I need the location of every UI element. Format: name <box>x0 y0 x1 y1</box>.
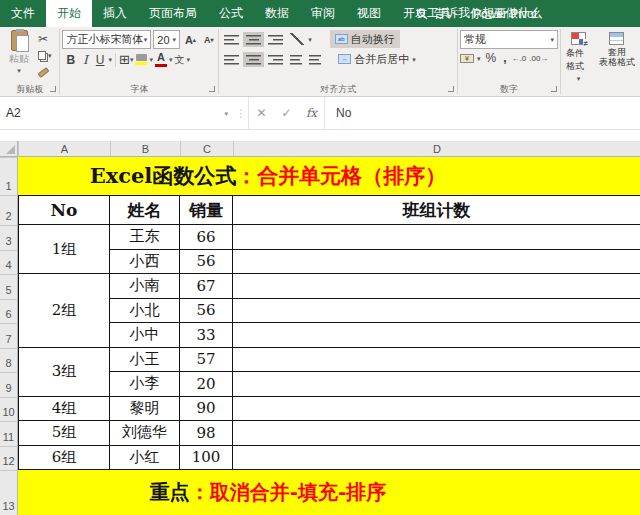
bold-button[interactable]: B <box>62 52 79 68</box>
merge-center-button[interactable]: ↔ 合并后居中 ▾ <box>334 50 420 68</box>
conditional-formatting-button[interactable]: 条件格式 ▾ <box>563 30 594 84</box>
tab-审阅[interactable]: 审阅 <box>300 0 346 27</box>
cell-empty-count[interactable] <box>233 323 640 348</box>
number-format-combo[interactable]: 常规▾ <box>460 30 558 49</box>
copy-dropdown-arrow[interactable]: ▾ <box>48 52 52 59</box>
cell-qty-66[interactable]: 66 <box>180 225 233 250</box>
cell-header-no[interactable]: No <box>18 195 110 225</box>
paste-button[interactable]: 粘贴 ▾ <box>2 30 36 82</box>
cell-empty-count[interactable] <box>233 274 640 299</box>
cell-name-刘德华[interactable]: 刘德华 <box>110 421 180 446</box>
row-header-4[interactable]: 4 <box>0 250 18 275</box>
name-box-dropdown-arrow[interactable]: ▾ <box>224 110 228 117</box>
cell-empty-count[interactable] <box>233 446 640 471</box>
cell-name-小中[interactable]: 小中 <box>110 323 180 348</box>
wrap-text-button[interactable]: ab 自动换行 <box>330 30 400 48</box>
row-header-12[interactable]: 12 <box>0 446 18 471</box>
cell-header-qty[interactable]: 销量 <box>180 195 233 225</box>
cell-qty-56[interactable]: 56 <box>180 299 233 324</box>
name-box[interactable]: A2 ▾ <box>0 97 234 129</box>
copy-button[interactable]: ▾ <box>36 48 54 63</box>
cell-qty-98[interactable]: 98 <box>180 421 233 446</box>
row-header-3[interactable]: 3 <box>0 225 18 250</box>
tab-数据[interactable]: 数据 <box>254 0 300 27</box>
merged-cell-1组[interactable]: 1组 <box>18 225 110 274</box>
font-name-combo[interactable]: 方正小标宋简体▾ <box>62 30 151 49</box>
cell-empty-count[interactable] <box>233 397 640 422</box>
middle-align-icon[interactable] <box>243 32 264 47</box>
row-header-9[interactable]: 9 <box>0 372 18 397</box>
font-size-combo[interactable]: 20▾ <box>153 30 180 49</box>
merged-cell-4组[interactable]: 4组 <box>18 397 110 422</box>
cut-button[interactable]: ✂ <box>36 31 54 46</box>
formula-input[interactable]: No <box>325 97 640 129</box>
number-dialog-launcher[interactable] <box>551 86 557 92</box>
cell-empty-count[interactable] <box>233 299 640 324</box>
paste-dropdown-arrow[interactable]: ▾ <box>17 67 21 74</box>
column-header-A[interactable]: A <box>18 141 110 157</box>
row-header-1[interactable]: 1 <box>0 157 18 195</box>
cell-name-小西[interactable]: 小西 <box>110 250 180 275</box>
orientation-icon[interactable] <box>287 31 307 47</box>
increase-indent-icon[interactable] <box>306 52 324 67</box>
font-color-button[interactable]: A <box>153 51 169 68</box>
cell-header-count[interactable]: 班组计数 <box>233 195 640 225</box>
percent-style-button[interactable]: % <box>484 51 499 65</box>
cell-name-小红[interactable]: 小红 <box>110 446 180 471</box>
fill-color-button[interactable] <box>133 53 149 66</box>
orientation-dropdown-arrow[interactable]: ▾ <box>308 36 312 43</box>
increase-font-icon[interactable]: A▴ <box>182 32 199 48</box>
tab-视图[interactable]: 视图 <box>346 0 392 27</box>
increase-decimal-button[interactable]: ←.0 <box>512 54 527 63</box>
cell-header-name[interactable]: 姓名 <box>110 195 180 225</box>
tab-公式[interactable]: 公式 <box>208 0 254 27</box>
tab-文件[interactable]: 文件 <box>0 0 46 27</box>
clipboard-dialog-launcher[interactable] <box>50 86 56 92</box>
italic-button[interactable]: I <box>79 52 92 68</box>
enter-icon[interactable]: ✓ <box>274 106 299 120</box>
row-header-5[interactable]: 5 <box>0 274 18 299</box>
cell-empty-count[interactable] <box>233 348 640 373</box>
cell-qty-56[interactable]: 56 <box>180 250 233 275</box>
cancel-icon[interactable]: ✕ <box>249 106 274 120</box>
phonetic-guide-button[interactable]: 文 <box>172 52 186 68</box>
tell-me-search[interactable]: 告诉我你想要做什么 <box>416 0 542 27</box>
font-dialog-launcher[interactable] <box>209 86 215 92</box>
column-header-D[interactable]: D <box>233 141 640 157</box>
merge-dropdown-arrow[interactable]: ▾ <box>412 56 416 63</box>
cell-empty-count[interactable] <box>233 225 640 250</box>
cell-name-黎明[interactable]: 黎明 <box>110 397 180 422</box>
decrease-decimal-button[interactable]: .00→ <box>529 54 548 63</box>
column-header-B[interactable]: B <box>110 141 180 157</box>
decrease-font-icon[interactable]: A▾ <box>201 33 217 47</box>
cell-name-小李[interactable]: 小李 <box>110 372 180 397</box>
cell-qty-100[interactable]: 100 <box>180 446 233 471</box>
row-header-8[interactable]: 8 <box>0 348 18 373</box>
cell-qty-57[interactable]: 57 <box>180 348 233 373</box>
row-header-6[interactable]: 6 <box>0 299 18 324</box>
row-header-7[interactable]: 7 <box>0 323 18 348</box>
cell-name-小北[interactable]: 小北 <box>110 299 180 324</box>
align-left-icon[interactable] <box>221 52 242 67</box>
cell-qty-67[interactable]: 67 <box>180 274 233 299</box>
column-header-C[interactable]: C <box>180 141 233 157</box>
top-align-icon[interactable] <box>221 32 242 47</box>
cell-name-小王[interactable]: 小王 <box>110 348 180 373</box>
cell-name-小南[interactable]: 小南 <box>110 274 180 299</box>
row-header-13[interactable]: 13 <box>0 470 18 515</box>
cell-footer-banner[interactable]: 重点：取消合并-填充-排序 <box>18 470 640 515</box>
tab-页面布局[interactable]: 页面布局 <box>138 0 208 27</box>
alignment-dialog-launcher[interactable] <box>448 86 454 92</box>
currency-dropdown-arrow[interactable]: ▾ <box>477 55 481 62</box>
cell-title-banner[interactable]: Excel函数公式：合并单元格（排序） <box>18 157 640 195</box>
currency-icon[interactable]: ¥ <box>460 54 474 63</box>
decrease-indent-icon[interactable] <box>287 52 305 67</box>
cell-empty-count[interactable] <box>233 421 640 446</box>
insert-function-icon[interactable]: fx <box>299 106 324 120</box>
cell-empty-count[interactable] <box>233 250 640 275</box>
borders-icon[interactable]: ⊞ <box>119 52 130 67</box>
cell-name-王东[interactable]: 王东 <box>110 225 180 250</box>
underline-dropdown-arrow[interactable]: ▾ <box>108 56 112 63</box>
formula-bar-resize-handle[interactable]: ⋮ <box>234 97 248 129</box>
cell-qty-33[interactable]: 33 <box>180 323 233 348</box>
